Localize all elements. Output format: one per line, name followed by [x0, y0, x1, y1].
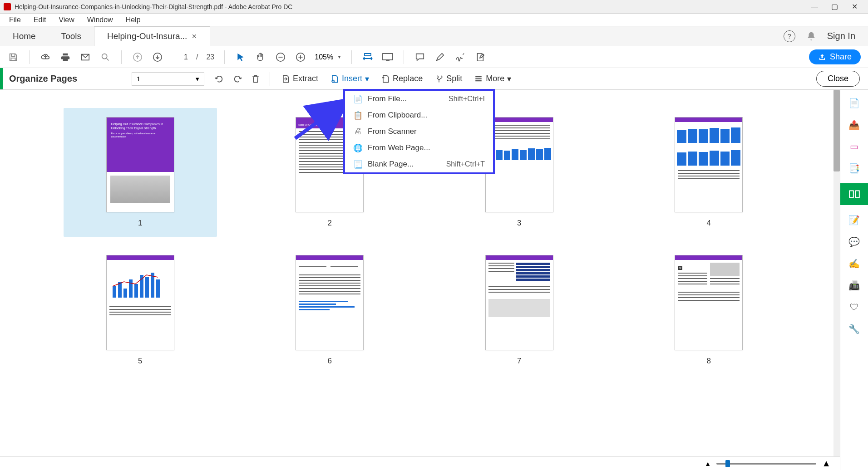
organize-pages-tool-icon[interactable] [840, 183, 868, 205]
edit-pdf-icon[interactable] [474, 51, 486, 63]
sign-in-link[interactable]: Sign In [827, 31, 855, 41]
more-label: More [486, 74, 504, 83]
tab-tools[interactable]: Tools [49, 26, 94, 46]
thumbnail-page-1[interactable]: Helping Out Insurance Companies in Unloc… [64, 108, 217, 237]
split-icon [434, 74, 444, 83]
svg-rect-9 [475, 80, 482, 81]
find-icon[interactable] [99, 51, 111, 63]
chevron-down-icon: ▾ [196, 75, 199, 83]
replace-icon [381, 74, 390, 83]
edit-pdf-tool-icon[interactable]: ▭ [848, 140, 861, 153]
extract-icon [281, 74, 290, 83]
protect-tool-icon[interactable]: 🛡 [848, 300, 861, 314]
tab-document[interactable]: Helping-Out-Insura... ✕ [94, 26, 210, 46]
fit-width-icon[interactable] [362, 51, 374, 63]
zoom-select[interactable]: 105% [315, 53, 341, 61]
split-label: Split [446, 74, 462, 83]
menu-file[interactable]: File [4, 14, 26, 26]
toc-title: Table of Contents [298, 123, 319, 126]
zoom-in-icon[interactable] [295, 51, 306, 63]
menu-window[interactable]: Window [82, 14, 118, 26]
menu-view[interactable]: View [53, 14, 79, 26]
cloud-icon[interactable] [39, 51, 51, 63]
insert-button[interactable]: Insert ▾ [327, 72, 372, 86]
comment-tool-icon[interactable]: 📝 [848, 213, 861, 227]
insert-blank-page-shortcut: Shift+Ctrl+T [446, 160, 485, 168]
page-separator: / [196, 53, 198, 61]
fill-sign-tool-icon[interactable]: 💬 [848, 235, 861, 249]
svg-rect-12 [123, 289, 127, 298]
email-icon[interactable] [79, 51, 91, 63]
svg-rect-20 [855, 191, 859, 197]
bottom-zoom-bar: ▲ ▲ [0, 456, 840, 470]
replace-button[interactable]: Replace [378, 72, 425, 85]
thumbnail-page-6[interactable]: 6 [262, 255, 398, 366]
comment-icon[interactable] [414, 51, 426, 63]
highlight-icon[interactable] [434, 51, 446, 63]
tab-close-icon[interactable]: ✕ [192, 33, 197, 40]
notifications-icon[interactable] [806, 31, 816, 41]
page-range-select[interactable]: 1 ▾ [132, 72, 204, 86]
rotate-right-icon[interactable] [232, 73, 243, 85]
file-icon: 📄 [353, 94, 362, 103]
svg-rect-7 [475, 76, 482, 77]
rotate-left-icon[interactable] [213, 73, 225, 85]
tab-home[interactable]: Home [0, 26, 49, 46]
thumbnail-page-4[interactable]: 4 [641, 117, 777, 228]
next-page-icon[interactable] [152, 51, 163, 63]
close-window-button[interactable]: ✕ [850, 2, 859, 11]
prev-page-icon[interactable] [132, 51, 143, 63]
zoom-large-icon[interactable]: ▲ [822, 458, 831, 469]
insert-label: Insert [342, 74, 362, 83]
insert-from-scanner[interactable]: 🖨 From Scanner [345, 123, 493, 140]
thumbnail-page-8[interactable]: 02 8 [641, 255, 777, 366]
delete-icon[interactable] [250, 73, 261, 85]
zoom-out-icon[interactable] [275, 51, 286, 63]
maximize-button[interactable]: ▢ [830, 2, 839, 11]
thumbnail-label-7: 7 [517, 357, 521, 366]
more-tools-icon[interactable]: 🔧 [848, 322, 861, 336]
close-organize-button[interactable]: Close [816, 71, 860, 87]
more-button[interactable]: More ▾ [471, 72, 514, 86]
thumbnail-page-7[interactable]: 7 [452, 255, 587, 366]
minimize-button[interactable]: — [810, 2, 819, 11]
export-pdf-tool-icon[interactable]: 📤 [848, 118, 861, 132]
svg-rect-10 [113, 286, 116, 298]
insert-blank-page[interactable]: 📃 Blank Page... Shift+Ctrl+T [345, 156, 493, 172]
help-icon[interactable]: ? [784, 30, 795, 42]
share-icon [818, 53, 826, 61]
thumbnail-zoom-slider[interactable] [716, 463, 816, 465]
slider-thumb[interactable] [725, 460, 730, 467]
share-button[interactable]: Share [809, 49, 861, 64]
combine-tool-icon[interactable]: 📑 [848, 162, 861, 175]
thumbnail-label-6: 6 [328, 357, 332, 366]
insert-from-clipboard[interactable]: 📋 From Clipboard... [345, 107, 493, 123]
scrollbar-thumb[interactable] [833, 90, 840, 171]
chevron-down-icon: ▾ [507, 74, 511, 84]
save-icon[interactable] [7, 51, 19, 63]
menu-edit[interactable]: Edit [28, 14, 52, 26]
page-number-input[interactable] [172, 53, 188, 61]
read-mode-icon[interactable] [382, 51, 394, 63]
window-title: Helping-Out-Insurance-Companies-in-Unloc… [15, 3, 810, 10]
split-button[interactable]: Split [432, 72, 465, 85]
chevron-down-icon: ▾ [365, 74, 369, 84]
vertical-scrollbar[interactable] [833, 90, 840, 456]
zoom-small-icon[interactable]: ▲ [705, 460, 711, 467]
send-tool-icon[interactable]: 📠 [848, 279, 861, 292]
insert-from-file[interactable]: 📄 From File... Shift+Ctrl+I [345, 91, 493, 107]
hand-tool-icon[interactable] [255, 51, 266, 63]
signature-tool-icon[interactable]: ✍ [848, 257, 861, 270]
selection-tool-icon[interactable] [235, 51, 247, 63]
create-pdf-tool-icon[interactable]: 📄 [848, 96, 861, 110]
sign-icon[interactable] [454, 51, 466, 63]
print-icon[interactable] [59, 51, 71, 63]
thumbnail-page-5[interactable]: 5 [73, 255, 208, 366]
insert-dropdown-menu: 📄 From File... Shift+Ctrl+I 📋 From Clipb… [343, 89, 495, 174]
svg-rect-18 [156, 279, 160, 298]
extract-label: Extract [293, 74, 318, 83]
menu-help[interactable]: Help [120, 14, 146, 26]
insert-from-web[interactable]: 🌐 From Web Page... [345, 140, 493, 156]
insert-icon [330, 74, 339, 83]
extract-button[interactable]: Extract [278, 72, 321, 85]
